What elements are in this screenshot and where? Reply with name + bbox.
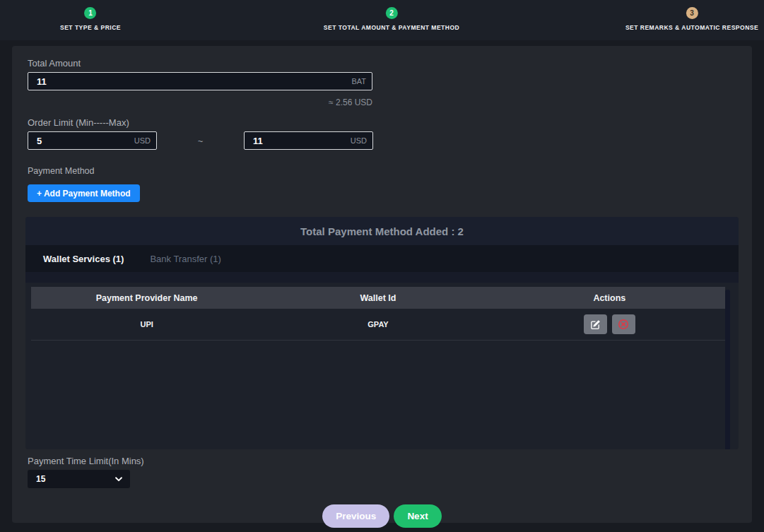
order-limit-max-unit: USD — [351, 136, 372, 145]
order-limit-label: Order Limit (Min-----Max) — [28, 117, 752, 128]
step-2-badge: 2 — [385, 7, 397, 19]
add-payment-method-button[interactable]: + Add Payment Method — [28, 184, 140, 202]
wizard-nav-buttons: Previous Next — [12, 504, 752, 528]
wizard-stepper: 1 SET TYPE & PRICE 2 SET TOTAL AMOUNT & … — [0, 0, 764, 40]
payment-time-limit-select[interactable]: 15 — [28, 470, 130, 488]
column-header-wallet-id: Wallet Id — [262, 293, 493, 303]
total-amount-input[interactable] — [28, 76, 351, 87]
order-limit-row: USD ~ USD — [12, 128, 752, 150]
create-ad-wizard-page: 1 SET TYPE & PRICE 2 SET TOTAL AMOUNT & … — [0, 0, 764, 532]
step-3-badge: 3 — [686, 7, 698, 19]
step-set-remarks[interactable]: 3 SET REMARKS & AUTOMATIC RESPONSE — [625, 6, 758, 31]
order-limit-separator: ~ — [157, 131, 244, 150]
table-row: UPI GPAY — [31, 309, 725, 341]
payment-time-limit-label: Payment Time Limit(In Mins) — [28, 456, 752, 466]
payment-methods-table: Payment Provider Name Wallet Id Actions … — [31, 287, 725, 341]
step-1-label: SET TYPE & PRICE — [60, 24, 121, 31]
cell-wallet-id: GPAY — [262, 320, 493, 329]
step-set-type-price[interactable]: 1 SET TYPE & PRICE — [60, 6, 121, 31]
column-header-actions: Actions — [494, 293, 725, 303]
previous-button[interactable]: Previous — [322, 504, 389, 528]
edit-payment-method-button[interactable] — [584, 314, 607, 334]
cell-actions — [494, 314, 725, 334]
step-set-total-amount[interactable]: 2 SET TOTAL AMOUNT & PAYMENT METHOD — [324, 6, 459, 31]
step-2-label: SET TOTAL AMOUNT & PAYMENT METHOD — [324, 24, 459, 31]
tab-wallet-services[interactable]: Wallet Services (1) — [35, 254, 132, 264]
order-limit-max-input[interactable] — [245, 136, 351, 146]
step-3-label: SET REMARKS & AUTOMATIC RESPONSE — [625, 24, 758, 31]
step-form-card: Total Amount BAT ≈ 2.56 USD Order Limit … — [12, 46, 752, 523]
order-limit-min-input[interactable] — [28, 136, 134, 146]
table-scrollbar[interactable] — [725, 290, 730, 449]
order-limit-min-field: USD — [28, 131, 157, 150]
payment-time-limit-field: 15 — [28, 470, 130, 488]
panel-divider-strip — [25, 272, 739, 283]
total-amount-unit: BAT — [351, 77, 372, 85]
column-header-provider: Payment Provider Name — [31, 293, 262, 303]
edit-pencil-square-icon — [590, 319, 601, 330]
payment-methods-count-title: Total Payment Method Added : 2 — [25, 217, 739, 245]
delete-payment-method-button[interactable] — [612, 314, 635, 334]
approx-usd-value: ≈ 2.56 USD — [28, 97, 372, 107]
payment-method-tabs: Wallet Services (1) Bank Transfer (1) — [25, 245, 739, 272]
order-limit-max-field: USD — [244, 131, 373, 150]
payment-methods-panel: Total Payment Method Added : 2 Wallet Se… — [25, 217, 739, 449]
cell-provider-name: UPI — [31, 320, 262, 329]
step-1-badge: 1 — [85, 7, 97, 19]
total-amount-label: Total Amount — [28, 46, 752, 69]
table-header-row: Payment Provider Name Wallet Id Actions — [31, 287, 725, 309]
next-button[interactable]: Next — [394, 504, 441, 528]
payment-methods-table-area: Payment Provider Name Wallet Id Actions … — [25, 287, 739, 449]
payment-method-label: Payment Method — [28, 166, 752, 176]
order-limit-min-unit: USD — [134, 136, 156, 145]
tab-bank-transfer[interactable]: Bank Transfer (1) — [141, 254, 229, 264]
total-amount-field: BAT — [28, 72, 372, 90]
cancel-circle-icon — [618, 319, 629, 330]
